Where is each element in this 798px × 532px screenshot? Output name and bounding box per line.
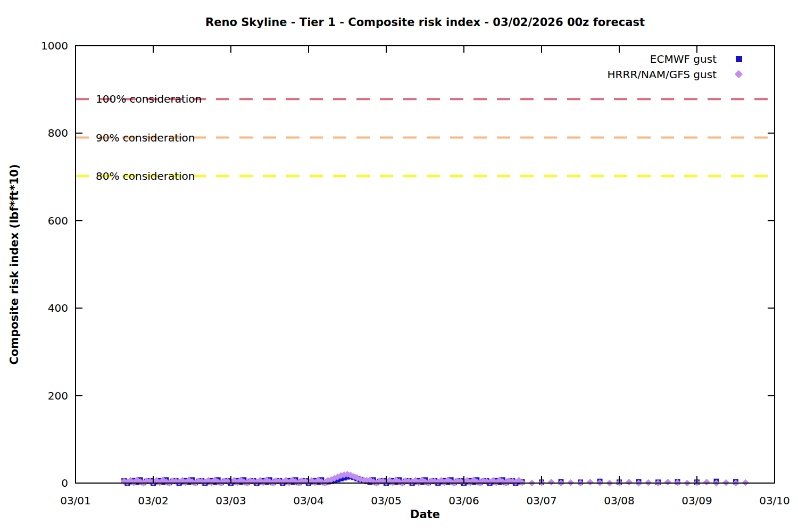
x-axis-tick-label: 03/06 bbox=[448, 494, 479, 507]
hrrr-nam-gfs-data-point bbox=[664, 479, 671, 486]
legend-label-ecmwf: ECMWF gust bbox=[650, 53, 717, 65]
y-axis-tick-label: 600 bbox=[48, 214, 68, 227]
legend-entry-ecmwf: ECMWF gust bbox=[650, 51, 743, 66]
x-axis-tick-label: 03/07 bbox=[526, 494, 557, 507]
hrrr-nam-gfs-data-point bbox=[587, 479, 594, 486]
x-axis-tick-label: 03/04 bbox=[293, 494, 324, 507]
x-axis-tick-label: 03/10 bbox=[759, 494, 790, 507]
x-axis-tick-label: 03/03 bbox=[215, 494, 246, 507]
x-axis-tick-label: 03/08 bbox=[604, 494, 635, 507]
square-marker-icon bbox=[735, 55, 743, 63]
legend-entry-hrrr-nam-gfs: HRRR/NAM/GFS gust bbox=[608, 66, 743, 82]
hrrr-nam-gfs-data-point bbox=[548, 479, 555, 486]
y-axis-tick-label: 800 bbox=[48, 127, 68, 139]
hrrr-nam-gfs-data-point bbox=[703, 479, 710, 486]
chart-legend: ECMWF gust HRRR/NAM/GFS gust bbox=[608, 51, 743, 82]
x-axis-tick-label: 03/09 bbox=[681, 494, 712, 507]
legend-label-hrrr-nam-gfs: HRRR/NAM/GFS gust bbox=[608, 68, 717, 81]
chart-page: Reno Skyline - Tier 1 - Composite risk i… bbox=[0, 0, 798, 532]
x-axis-tick-label: 03/02 bbox=[138, 494, 169, 507]
plot-border bbox=[76, 46, 775, 483]
threshold-label: 90% consideration bbox=[96, 131, 195, 144]
x-axis-tick-label: 03/05 bbox=[371, 494, 402, 507]
x-axis-tick-label: 03/01 bbox=[60, 494, 91, 507]
threshold-label: 100% consideration bbox=[96, 93, 202, 105]
y-axis-tick-label: 1000 bbox=[41, 39, 68, 52]
y-axis-tick-label: 400 bbox=[48, 302, 68, 314]
diamond-marker-icon bbox=[735, 70, 743, 78]
threshold-label: 80% consideration bbox=[96, 170, 195, 182]
y-axis-tick-label: 200 bbox=[48, 389, 68, 402]
hrrr-nam-gfs-data-point bbox=[626, 479, 633, 486]
y-axis-tick-label: 0 bbox=[61, 477, 68, 489]
